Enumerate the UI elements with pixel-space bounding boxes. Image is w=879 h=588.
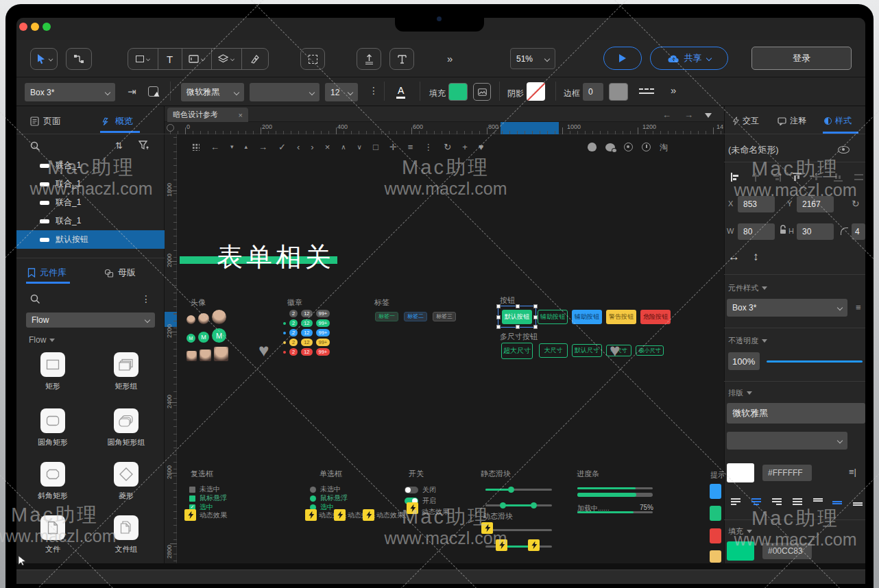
library-select-dropdown[interactable]: Flow: [26, 313, 155, 328]
fill-color-field[interactable]: #00CC83: [762, 543, 812, 559]
component-diamond[interactable]: [114, 462, 139, 487]
opacity-section-header[interactable]: 不透明度: [728, 336, 767, 346]
panel-style-dropdown[interactable]: Box 3*: [727, 299, 847, 317]
border-style-button[interactable]: [639, 87, 654, 97]
warning-button-widget[interactable]: 警告按钮: [606, 310, 636, 324]
x-field[interactable]: 853: [738, 196, 775, 212]
preview-button[interactable]: [603, 47, 642, 70]
border-width-field[interactable]: 0: [583, 83, 603, 101]
component-rounded-rectangle[interactable]: [40, 408, 65, 433]
rotate-icon[interactable]: ↻: [852, 199, 860, 208]
tab-back-icon[interactable]: ←: [662, 110, 671, 119]
component-beveled-rectangle[interactable]: [40, 462, 65, 487]
dynamic-effect-icon[interactable]: [496, 539, 507, 551]
checkbox-unselected[interactable]: 未选中: [189, 485, 220, 494]
zoom-level-dropdown[interactable]: 51%: [510, 48, 555, 69]
tab-style[interactable]: 样式: [824, 115, 852, 127]
element-name[interactable]: (未命名矩形): [728, 144, 779, 156]
layers-tool-button[interactable]: [212, 49, 242, 69]
zoom-window-button[interactable]: [43, 23, 51, 31]
tag[interactable]: 标签一: [375, 312, 398, 321]
edit-style-icon[interactable]: ⇥: [128, 86, 136, 97]
w-field[interactable]: 80: [738, 223, 775, 240]
text-align-justify-icon[interactable]: [793, 498, 802, 506]
avatar-initial[interactable]: M: [212, 328, 226, 343]
fill-color-swatch[interactable]: [448, 83, 468, 101]
tree-item-union-2[interactable]: 联合_1: [16, 175, 165, 193]
range-knob-high[interactable]: [531, 502, 537, 509]
badge-row-blue[interactable]: 2 12 99+: [283, 329, 330, 336]
component-rectangle[interactable]: [40, 352, 65, 377]
fill-image-button[interactable]: [473, 83, 491, 101]
font-color-button[interactable]: A: [396, 85, 405, 99]
canvas-social-icons[interactable]: 淘: [588, 143, 668, 151]
canvas-tab[interactable]: 暗色设计参考 ×: [167, 108, 248, 122]
md-button-widget[interactable]: 默认尺寸: [572, 344, 602, 357]
radio-unselected[interactable]: 未选中: [310, 485, 341, 494]
badge-row-red[interactable]: 2 12 99+: [283, 348, 330, 356]
border-color-swatch[interactable]: [609, 83, 628, 101]
dynamic-effect-icon[interactable]: [481, 522, 493, 534]
badge-row-green[interactable]: 2 12 99+: [283, 319, 330, 327]
align-middle-v-icon[interactable]: [813, 173, 822, 182]
badge[interactable]: 12: [301, 348, 312, 356]
opacity-slider[interactable]: [767, 360, 863, 363]
collapse-all-icon[interactable]: ⇅: [115, 141, 123, 150]
more-text-options-icon[interactable]: ⋮: [369, 86, 378, 95]
text-align-middle-icon[interactable]: [832, 498, 842, 506]
share-button[interactable]: 共享: [650, 47, 728, 70]
default-button-widget[interactable]: 默认按钮: [502, 310, 532, 324]
range-knob-low[interactable]: [500, 502, 506, 509]
fit-height-icon[interactable]: ↕: [753, 251, 759, 262]
danger-button-widget[interactable]: 危险按钮: [640, 310, 671, 324]
badge[interactable]: 2: [289, 310, 298, 317]
slider-knob[interactable]: [508, 487, 514, 493]
panel-font-weight-dropdown[interactable]: [727, 432, 847, 450]
badge[interactable]: 2: [289, 319, 298, 327]
badge[interactable]: 99+: [316, 339, 330, 346]
tab-list-icon[interactable]: [705, 113, 712, 118]
library-search-icon[interactable]: [30, 294, 40, 304]
label-tool-button[interactable]: [182, 49, 213, 69]
dynamic-effect-icon[interactable]: [184, 509, 196, 521]
style-actions-icon[interactable]: ≡: [856, 303, 861, 312]
tree-item-union-1[interactable]: 联合_1: [16, 156, 165, 175]
avatar-initial[interactable]: M: [198, 332, 209, 343]
text-align-left-icon[interactable]: [731, 498, 740, 506]
typography-section-header[interactable]: 排版: [728, 388, 752, 398]
avatar-square[interactable]: [200, 350, 211, 361]
select-style-icon[interactable]: [148, 86, 158, 97]
badge[interactable]: 12: [301, 329, 312, 336]
dynamic-effect-icon[interactable]: [305, 509, 317, 521]
tree-item-default-button-selected[interactable]: 默认按钮: [16, 230, 165, 249]
align-top-icon[interactable]: [793, 173, 802, 182]
avatar[interactable]: [186, 315, 195, 324]
hint-block-green[interactable]: [710, 506, 721, 521]
tag[interactable]: 标签三: [433, 312, 456, 321]
text-style-icon[interactable]: ≡|: [849, 467, 856, 476]
badge-row-yellow[interactable]: 2 12 99+: [283, 339, 330, 346]
avatar-initial-row[interactable]: M M M: [186, 328, 226, 343]
fill-section-header[interactable]: 填充: [728, 526, 752, 537]
panel-font-field[interactable]: 微软雅黑: [727, 403, 865, 424]
dynamic-effect-icon[interactable]: [528, 539, 540, 551]
tag[interactable]: 标签二: [404, 312, 427, 321]
align-center-h-icon[interactable]: [751, 173, 760, 182]
pen-tool-button[interactable]: [242, 49, 268, 69]
dynamic-slider-track[interactable]: [487, 529, 552, 531]
opacity-field[interactable]: 100%: [728, 352, 760, 370]
avatar-square-row[interactable]: [186, 347, 228, 361]
font-family-dropdown[interactable]: 微软雅黑: [181, 83, 244, 101]
hint-block-yellow[interactable]: [710, 550, 721, 563]
text-align-center-icon[interactable]: [751, 498, 761, 506]
text-align-right-icon[interactable]: [772, 498, 782, 506]
tab-forward-icon[interactable]: →: [684, 110, 693, 119]
widget-style-dropdown[interactable]: Box 3*: [25, 83, 115, 101]
login-button[interactable]: 登录: [751, 47, 852, 70]
rectangle-tool-button[interactable]: [128, 49, 158, 69]
component-file-group[interactable]: [114, 515, 139, 540]
dynamic-effect-icon[interactable]: [407, 502, 418, 514]
avatar-square[interactable]: [186, 351, 197, 361]
library-menu-icon[interactable]: ⋮: [141, 294, 151, 304]
text-tool-button[interactable]: T: [158, 49, 182, 69]
